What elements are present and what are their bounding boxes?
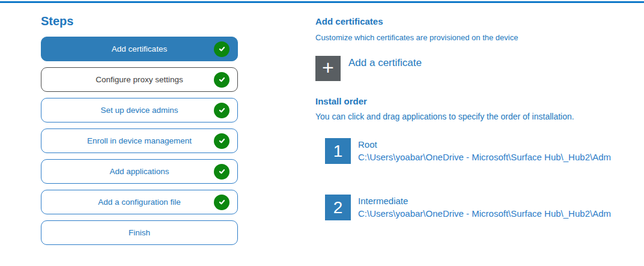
step-label: Configure proxy settings (96, 75, 183, 84)
step-button-enroll-in-device-management[interactable]: Enroll in device management (41, 128, 238, 153)
check-icon (214, 41, 229, 57)
page-title: Add certificates (315, 16, 628, 28)
certificate-info: Root C:\Users\yoabar\OneDrive - Microsof… (358, 139, 611, 163)
plus-icon: + (315, 56, 341, 81)
step-button-configure-proxy-settings[interactable]: Configure proxy settings (41, 67, 238, 92)
certificate-info: Intermediate C:\Users\yoabar\OneDrive - … (358, 195, 611, 220)
step-button-add-applications[interactable]: Add applications (41, 159, 238, 184)
check-icon (214, 195, 229, 210)
check-icon (214, 72, 229, 88)
step-label: Add certificates (112, 44, 167, 53)
install-order-item[interactable]: 1 Root C:\Users\yoabar\OneDrive - Micros… (325, 138, 628, 164)
certificate-name: Intermediate (358, 195, 611, 207)
install-order-number: 1 (325, 138, 351, 164)
step-button-finish[interactable]: Finish (41, 220, 238, 245)
provisioning-wizard-screen: Steps Add certificates Configure proxy s… (0, 0, 644, 266)
add-certificate-label: Add a certificate (348, 57, 422, 69)
top-accent-line (0, 1, 644, 3)
steps-title: Steps (41, 14, 238, 28)
step-label: Finish (129, 228, 150, 237)
install-order-list: 1 Root C:\Users\yoabar\OneDrive - Micros… (315, 138, 628, 220)
steps-list: Add certificates Configure proxy setting… (41, 37, 238, 245)
certificate-path: C:\Users\yoabar\OneDrive - Microsoft\Sur… (358, 207, 611, 220)
step-label: Add applications (109, 167, 169, 176)
page-subtitle: Customize which certificates are provisi… (315, 32, 628, 43)
step-button-set-up-device-admins[interactable]: Set up device admins (41, 98, 238, 122)
check-icon (214, 133, 229, 149)
step-button-add-a-configuration-file[interactable]: Add a configuration file (41, 190, 238, 214)
step-button-add-certificates[interactable]: Add certificates (41, 37, 238, 61)
add-certificate-button[interactable]: + Add a certificate (315, 56, 422, 81)
install-order-title: Install order (315, 96, 628, 106)
steps-panel: Steps Add certificates Configure proxy s… (41, 14, 238, 251)
install-order-number: 2 (325, 195, 351, 220)
check-icon (214, 164, 229, 180)
content-panel: Add certificates Customize which certifi… (315, 16, 628, 251)
step-label: Set up device admins (100, 106, 178, 115)
certificate-path: C:\Users\yoabar\OneDrive - Microsoft\Sur… (358, 151, 611, 163)
install-order-description: You can click and drag applications to s… (315, 112, 628, 121)
install-order-item[interactable]: 2 Intermediate C:\Users\yoabar\OneDrive … (325, 195, 628, 220)
certificate-name: Root (358, 139, 611, 151)
check-icon (214, 103, 229, 118)
step-label: Add a configuration file (98, 198, 180, 207)
step-label: Enroll in device management (87, 136, 192, 145)
